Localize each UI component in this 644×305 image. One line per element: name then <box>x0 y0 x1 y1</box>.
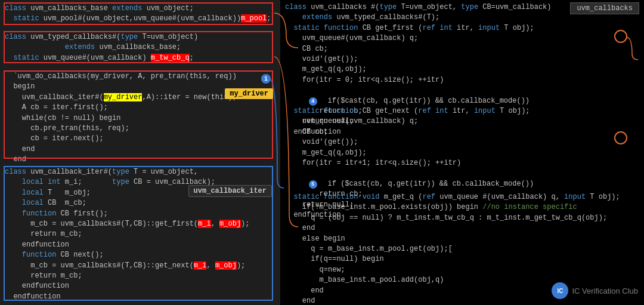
box-callbacks-base <box>4 2 273 25</box>
annotation-circle-right <box>614 30 627 43</box>
watermark: IC IC Verification Club <box>552 282 638 299</box>
badge-my-driver: my_driver <box>225 88 273 99</box>
annotation-circle-right2 <box>614 131 627 144</box>
main-container: class uvm_callbacks_base extends uvm_obj… <box>0 0 644 305</box>
right-top-label: uvm_callbacks <box>570 2 639 14</box>
box-typed-callbacks <box>4 31 273 63</box>
right-panel: uvm_callbacks class uvm_callbacks #(type… <box>280 0 644 305</box>
watermark-logo: IC <box>552 282 568 299</box>
badge-uvm-callback-iter: uvm_callback_iter <box>188 185 272 197</box>
annotation-1: 1 <box>261 74 271 84</box>
watermark-text: IC Verification Club <box>572 286 638 295</box>
box-do-callbacks <box>4 70 273 159</box>
left-panel: class uvm_callbacks_base extends uvm_obj… <box>0 0 280 305</box>
